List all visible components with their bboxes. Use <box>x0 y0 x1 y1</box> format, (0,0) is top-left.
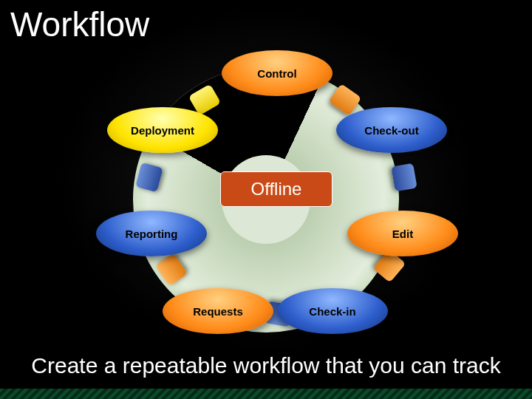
arrow-checkout-to-edit <box>391 163 417 192</box>
node-label: Check-out <box>364 124 418 137</box>
footer-stripe <box>0 389 532 399</box>
center-label-text: Offline <box>251 179 302 200</box>
node-reporting: Reporting <box>96 211 207 256</box>
node-deployment: Deployment <box>107 107 218 153</box>
node-control: Control <box>222 50 332 96</box>
center-label: Offline <box>220 171 332 207</box>
workflow-cycle-diagram: Control Check-out Edit Check-in Requests… <box>89 37 443 355</box>
node-checkout: Check-out <box>336 107 447 153</box>
node-label: Check-in <box>309 305 355 318</box>
node-label: Requests <box>193 305 243 318</box>
node-checkin: Check-in <box>277 288 388 334</box>
node-label: Control <box>257 67 296 80</box>
slide: Workflow Control Check-out Edit Check-in… <box>0 0 532 399</box>
node-requests: Requests <box>163 288 273 334</box>
node-label: Edit <box>392 228 413 240</box>
node-label: Deployment <box>131 124 194 137</box>
node-edit: Edit <box>347 211 458 256</box>
node-label: Reporting <box>126 228 178 240</box>
slide-subtitle: Create a repeatable workflow that you ca… <box>0 353 532 378</box>
